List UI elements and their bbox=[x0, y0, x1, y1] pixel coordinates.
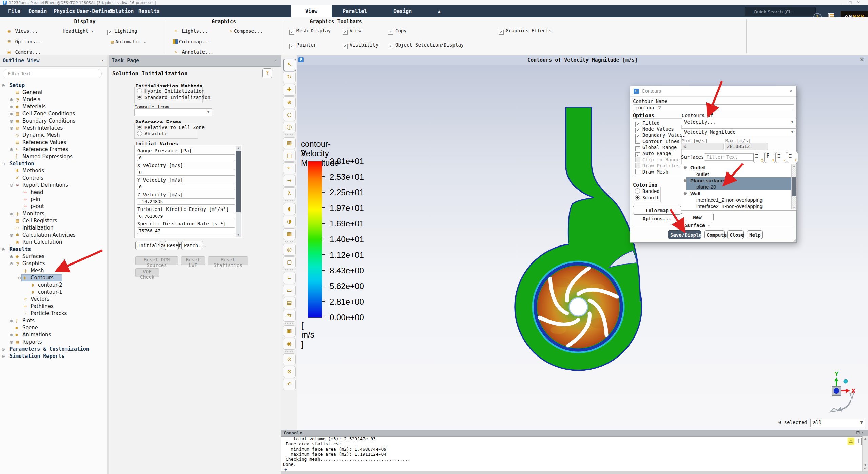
toolbar-checkbox-graphics-effects[interactable]: Graphics Effects bbox=[499, 28, 552, 34]
tree-item-results[interactable]: ⊖Results bbox=[0, 246, 107, 253]
tree-item-monitors[interactable]: ⊕◎Monitors bbox=[0, 210, 107, 217]
rotate-view-icon[interactable]: ↻ bbox=[283, 71, 296, 83]
annotate-button[interactable]: ✎ Annotate... bbox=[173, 49, 213, 55]
absolute-radio[interactable]: Absolute bbox=[137, 131, 167, 137]
tree-item-contour-1[interactable]: ◗contour-1 bbox=[0, 289, 107, 296]
colormap-button[interactable]: Colormap... bbox=[173, 38, 211, 45]
menu-tab-results[interactable]: Results bbox=[135, 5, 163, 17]
views-button[interactable]: ◉ Views... bbox=[6, 28, 38, 34]
option-checkbox-auto-range[interactable]: Auto Range bbox=[635, 150, 671, 157]
warning-icon[interactable]: ⚠ bbox=[848, 438, 854, 445]
field-dropdown[interactable]: Velocity Magnitude▼ bbox=[681, 128, 796, 136]
initialize-button[interactable]: Initialize bbox=[135, 241, 161, 250]
expand-icon[interactable]: ⊕ bbox=[9, 232, 13, 239]
tree-item-surfaces[interactable]: ⊕◆Surfaces bbox=[0, 253, 107, 260]
axes-triad-icon[interactable]: λ bbox=[283, 187, 296, 199]
expand-icon[interactable]: ⊕ bbox=[9, 110, 13, 117]
tree-item-p-out[interactable]: ≈p-out bbox=[0, 203, 107, 210]
collapse-icon[interactable]: ⊖ bbox=[683, 164, 687, 171]
zoom-window-icon[interactable]: □ bbox=[283, 150, 296, 162]
camera-button[interactable]: ▣ Camera... bbox=[6, 49, 41, 55]
tree-item-graphics[interactable]: ⊖◔Graphics bbox=[0, 260, 107, 267]
expand-icon[interactable]: ⊕ bbox=[9, 125, 13, 132]
close-icon[interactable]: ✕ bbox=[857, 0, 865, 5]
collapse-icon[interactable]: ⊖ bbox=[1, 246, 5, 253]
tree-item-materials[interactable]: ⊕◆Materials bbox=[0, 103, 107, 110]
toolbar-checkbox-copy[interactable]: Copy bbox=[388, 28, 407, 34]
help-button[interactable]: ? bbox=[262, 68, 272, 78]
collapse-icon[interactable]: ⊖ bbox=[683, 177, 687, 184]
zoom-area-icon[interactable]: ○ bbox=[283, 109, 296, 121]
tree-item-methods[interactable]: ✱Methods bbox=[0, 167, 107, 175]
scroll-up-icon[interactable]: ▲ bbox=[792, 165, 796, 168]
tree-item-reference-frames[interactable]: ⊕∟Reference Frames bbox=[0, 146, 107, 153]
console-prompt[interactable]: + bbox=[281, 467, 868, 471]
tree-item-boundary-conditions[interactable]: ⊕▦Boundary Conditions bbox=[0, 117, 107, 125]
expand-icon[interactable]: ⊕ bbox=[1, 353, 5, 360]
tree-item-report-definitions[interactable]: ⊖≈Report Definitions bbox=[0, 182, 107, 189]
collapse-icon[interactable]: ⊖ bbox=[9, 260, 13, 267]
option-checkbox-node-values[interactable]: Node Values bbox=[635, 126, 674, 132]
scrollbar[interactable]: ▲ ▼ bbox=[791, 164, 796, 209]
surface-sort-button[interactable]: F⇅ bbox=[765, 152, 776, 163]
tree-item-simulation-reports[interactable]: ⊕Simulation Reports bbox=[0, 353, 107, 360]
expand-icon[interactable]: ⊕ bbox=[9, 103, 13, 110]
collapse-icon[interactable]: ⊖ bbox=[1, 82, 5, 89]
hybrid-init-radio[interactable]: Hybrid Initialization bbox=[137, 88, 205, 94]
console-window-icons[interactable]: ⊡‹ bbox=[856, 430, 865, 435]
collapse-icon[interactable]: ⊖ bbox=[9, 182, 13, 189]
outline-filter-input[interactable]: Filter Text bbox=[3, 69, 102, 78]
surface-deselect-all-button[interactable]: ≡✗ bbox=[787, 152, 798, 163]
surface-item-plane-surface[interactable]: ⊖Plane-surface bbox=[681, 177, 796, 184]
field-input-z-velocity-m-s[interactable]: -14.24835 bbox=[137, 198, 235, 205]
plot-axes-icon[interactable]: ∟ bbox=[283, 272, 296, 284]
tree-item-calculation-activities[interactable]: ⊕✱Calculation Activities bbox=[0, 232, 107, 239]
hidden-surface-icon[interactable]: ◑ bbox=[283, 216, 296, 227]
compute-button[interactable]: Compute bbox=[704, 230, 725, 239]
textured-display-icon[interactable]: ▩ bbox=[283, 228, 296, 240]
toolbar-checkbox-mesh-display[interactable]: Mesh Display bbox=[289, 28, 331, 34]
pan-view-icon[interactable]: ✚ bbox=[283, 84, 296, 96]
tree-item-controls[interactable]: ✗Controls bbox=[0, 175, 107, 182]
tree-item-mesh[interactable]: ◎Mesh bbox=[0, 267, 107, 274]
relative-radio[interactable]: Relative to Cell Zone bbox=[137, 124, 205, 130]
menu-tab-design[interactable]: Design bbox=[390, 5, 415, 17]
scrollbar[interactable]: ▲ ▼ bbox=[236, 146, 241, 237]
expand-icon[interactable]: ⊕ bbox=[9, 339, 13, 346]
pointer-icon[interactable]: ↖ bbox=[283, 59, 296, 71]
tree-item-animations[interactable]: ⊕▶Animations bbox=[0, 331, 107, 339]
graphics-window-header[interactable]: F Contours of Velocity Magnitude [m/s] ✕ bbox=[297, 55, 868, 66]
display-filter-dropdown[interactable]: all ▼ bbox=[810, 419, 865, 427]
option-checkbox-contour-lines[interactable]: Contour Lines bbox=[635, 138, 680, 144]
surface-select-all-button[interactable]: ≡✓ bbox=[776, 152, 787, 163]
field-input-x-velocity-m-s[interactable]: 0 bbox=[137, 169, 235, 176]
tree-item-solution[interactable]: ⊖Solution bbox=[0, 160, 107, 167]
scroll-down-icon[interactable]: ▼ bbox=[792, 206, 796, 209]
tree-item-pathlines[interactable]: ≈Pathlines bbox=[0, 303, 107, 310]
resize-grip-icon[interactable]: ◢ bbox=[793, 238, 796, 242]
toolbar-checkbox-object-selection-display[interactable]: Object Selection/Display bbox=[388, 42, 464, 48]
next-view-icon[interactable]: → bbox=[283, 175, 296, 187]
automatic-dropdown[interactable]: ▨Automatic ▾ bbox=[109, 38, 146, 45]
surface-item-wall[interactable]: ⊖Wall bbox=[681, 190, 796, 197]
tree-item-head[interactable]: ≈head bbox=[0, 189, 107, 196]
menu-tab-parallel[interactable]: Parallel bbox=[339, 5, 370, 17]
lighting-checkbox[interactable]: Lighting bbox=[107, 28, 137, 34]
surface-item-interface2-1-non-overlapping[interactable]: interface2_1-non-overlapping bbox=[681, 203, 796, 209]
tree-item-reference-values[interactable]: ▤Reference Values bbox=[0, 139, 107, 146]
bounding-box-icon[interactable]: ▢ bbox=[283, 256, 296, 268]
colormap-options-button[interactable]: Colormap Options... bbox=[633, 206, 681, 215]
field-input-y-velocity-m-s[interactable]: 0 bbox=[137, 184, 235, 190]
shaded-display-icon[interactable]: ◖ bbox=[283, 203, 296, 215]
expand-icon[interactable]: ⊕ bbox=[9, 96, 13, 103]
scrollbar-thumb[interactable] bbox=[236, 151, 241, 212]
wireframe-sphere-icon[interactable]: ◎ bbox=[283, 244, 296, 256]
surface-item-outlet[interactable]: outlet bbox=[681, 171, 796, 177]
option-checkbox-global-range[interactable]: Global Range bbox=[635, 144, 677, 150]
options-button[interactable]: ≣ Options... bbox=[6, 38, 44, 45]
report-page-icon[interactable]: ▤ bbox=[283, 297, 296, 309]
expand-icon[interactable]: ⊕ bbox=[9, 253, 13, 260]
contours-of-dropdown[interactable]: Velocity...▼ bbox=[681, 118, 796, 126]
info-icon[interactable]: i bbox=[855, 438, 862, 445]
close-icon[interactable]: ✕ bbox=[789, 88, 792, 94]
